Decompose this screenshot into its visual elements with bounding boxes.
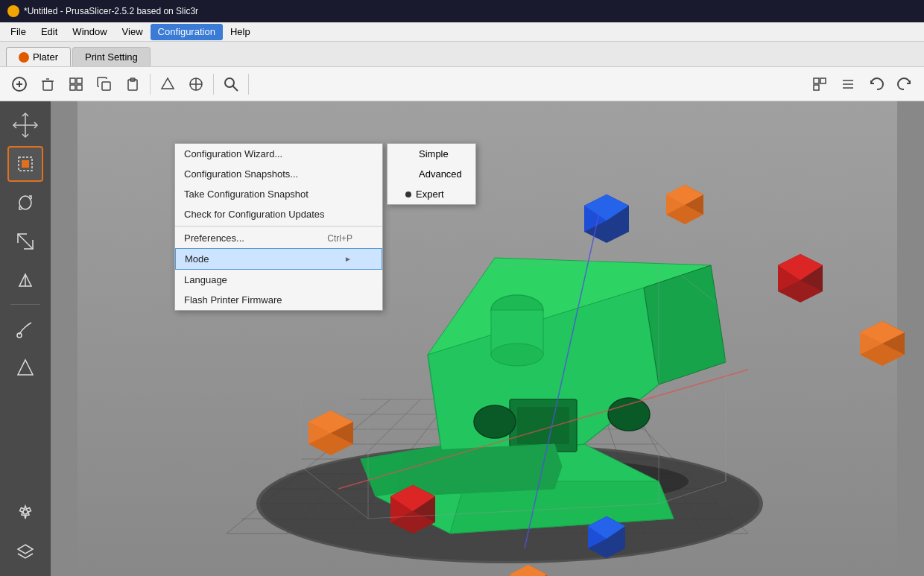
undo-button[interactable]: [863, 71, 890, 98]
rotate-tool-button[interactable]: [7, 185, 43, 221]
svg-rect-18: [814, 85, 819, 90]
layer-tool-button[interactable]: [7, 534, 43, 570]
mode-submenu-arrow: ►: [344, 255, 352, 263]
left-sidebar: [0, 101, 51, 576]
redo-button[interactable]: [891, 71, 918, 98]
config-wizard-item[interactable]: Configuration Wizard...: [175, 144, 382, 164]
main-area: Configuration Wizard... Configuration Sn…: [0, 101, 924, 576]
delete-object-button[interactable]: [34, 71, 61, 98]
config-snapshots-item[interactable]: Configuration Snapshots...: [175, 164, 382, 184]
separator-2: [213, 74, 214, 95]
menu-edit[interactable]: Edit: [34, 24, 65, 40]
svg-rect-17: [820, 78, 826, 83]
svg-point-62: [474, 405, 516, 438]
tab-plater[interactable]: Plater: [6, 47, 71, 66]
tab-bar: Plater Print Setting: [0, 42, 924, 67]
print-settings-label: Print Setting: [85, 51, 138, 63]
take-snapshot-item[interactable]: Take Configuration Snapshot: [175, 184, 382, 204]
mode-submenu: Simple Advanced Expert: [387, 143, 476, 205]
cut-tool-button[interactable]: [7, 262, 43, 298]
tab-plater-label: Plater: [33, 51, 58, 63]
check-updates-item[interactable]: Check for Configuration Updates: [175, 204, 382, 224]
menu-separator-1: [175, 226, 382, 227]
menu-help[interactable]: Help: [223, 24, 258, 40]
svg-line-26: [18, 234, 33, 249]
menu-configuration[interactable]: Configuration: [151, 24, 223, 40]
svg-rect-8: [70, 85, 75, 90]
simple-mode-item[interactable]: Simple: [387, 144, 475, 164]
scale-tool-button[interactable]: [7, 224, 43, 259]
preferences-item[interactable]: Preferences... Ctrl+P: [175, 228, 382, 248]
slice-button[interactable]: [806, 71, 833, 98]
svg-point-14: [225, 78, 234, 87]
svg-rect-9: [77, 85, 82, 90]
advanced-mode-item[interactable]: Advanced: [387, 164, 475, 184]
svg-point-31: [23, 510, 28, 514]
svg-marker-32: [18, 545, 33, 554]
add-object-button[interactable]: [6, 71, 33, 98]
support-tool-button[interactable]: [7, 349, 43, 385]
settings-tool-button[interactable]: [7, 496, 43, 531]
menu-file[interactable]: File: [3, 24, 34, 40]
window-title: *Untitled - PrusaSlicer-2.5.2 based on S…: [24, 6, 198, 16]
svg-rect-61: [517, 407, 569, 444]
svg-rect-6: [70, 78, 75, 83]
svg-rect-7: [77, 78, 82, 83]
svg-rect-25: [22, 160, 29, 168]
svg-point-59: [491, 344, 543, 366]
flash-firmware-item[interactable]: Flash Printer Firmware: [175, 290, 382, 310]
tab-print-settings[interactable]: Print Setting: [72, 47, 151, 66]
title-bar: *Untitled - PrusaSlicer-2.5.2 based on S…: [0, 0, 924, 22]
svg-rect-10: [102, 82, 110, 90]
expert-radio: [405, 192, 411, 197]
svg-marker-30: [18, 360, 33, 375]
select-tool-button[interactable]: [7, 146, 43, 182]
expert-mode-item[interactable]: Expert: [387, 184, 475, 204]
layer-view-button[interactable]: [835, 71, 861, 98]
language-item[interactable]: Language: [175, 270, 382, 290]
menu-view[interactable]: View: [115, 24, 151, 40]
search-button[interactable]: [218, 71, 244, 98]
svg-rect-3: [43, 81, 52, 90]
paste-button[interactable]: [119, 71, 146, 98]
separator-3: [248, 74, 249, 95]
menu-bar: File Edit Window View Configuration Help: [0, 22, 924, 42]
copy-button[interactable]: [91, 71, 118, 98]
menu-window[interactable]: Window: [65, 24, 114, 40]
viewport-3d[interactable]: Configuration Wizard... Configuration Sn…: [51, 101, 924, 576]
toolbar: [0, 67, 924, 101]
mode-item[interactable]: Mode ►: [175, 248, 382, 270]
configuration-dropdown: Configuration Wizard... Configuration Sn…: [174, 143, 383, 311]
svg-line-15: [233, 86, 238, 91]
orient-button[interactable]: [183, 71, 209, 98]
svg-rect-16: [814, 78, 819, 83]
add-shape-button[interactable]: [154, 71, 181, 98]
arrange-button[interactable]: [63, 71, 89, 98]
sidebar-separator: [10, 304, 40, 305]
paint-tool-button[interactable]: [7, 311, 43, 346]
separator-1: [150, 74, 151, 95]
move-arrows-display: [7, 107, 43, 143]
plater-icon: [19, 52, 29, 63]
app-icon: [7, 5, 19, 17]
svg-point-63: [608, 398, 650, 431]
